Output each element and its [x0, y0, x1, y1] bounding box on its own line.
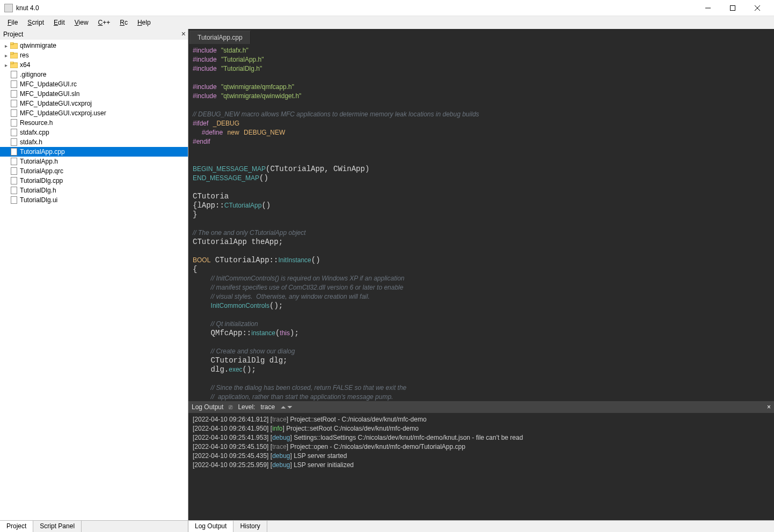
- tree-item[interactable]: ▸res: [0, 50, 188, 60]
- bottom-tab-log-output[interactable]: Log Output: [188, 521, 233, 532]
- folder-icon: [10, 41, 18, 50]
- h-file-icon: [10, 119, 18, 127]
- menu-rc[interactable]: Rc: [115, 18, 132, 27]
- svg-rect-13: [11, 100, 17, 107]
- project-pane-header: Project ×: [0, 29, 188, 40]
- tree-item-label: TutorialApp.cpp: [20, 148, 65, 156]
- tree-item-label: TutorialApp.qrc: [20, 167, 63, 175]
- tree-item-label: MFC_UpdateGUI.vcxproj.user: [20, 109, 106, 117]
- svg-rect-12: [11, 91, 17, 98]
- bottom-tab-history[interactable]: History: [233, 521, 267, 532]
- sln-file-icon: [10, 90, 18, 98]
- tree-item-label: TutorialDlg.ui: [20, 196, 57, 204]
- svg-rect-18: [11, 149, 17, 156]
- log-level-stepper-icon[interactable]: ⏶⏷: [280, 403, 293, 411]
- tree-twisty-icon[interactable]: ▸: [2, 62, 10, 68]
- tree-item[interactable]: stdafx.h: [0, 137, 188, 147]
- tree-item[interactable]: TutorialApp.h: [0, 157, 188, 166]
- svg-rect-17: [11, 139, 17, 146]
- left-tab-script-panel[interactable]: Script Panel: [33, 521, 82, 532]
- tree-item[interactable]: TutorialDlg.ui: [0, 195, 188, 205]
- right-panel: TutorialApp.cpp #include "stdafx.h" #inc…: [188, 29, 774, 532]
- tree-twisty-icon[interactable]: ▸: [2, 53, 10, 58]
- tree-item[interactable]: TutorialApp.cpp: [0, 147, 188, 157]
- log-line: [2022-04-10 09:26:41.912] [trace] Projec…: [193, 415, 770, 424]
- tree-item-label: stdafx.cpp: [20, 129, 49, 136]
- tree-item-label: stdafx.h: [20, 138, 42, 146]
- minimize-button[interactable]: [696, 1, 720, 16]
- menu-view[interactable]: View: [70, 18, 93, 27]
- tree-item-label: TutorialDlg.cpp: [20, 177, 63, 184]
- svg-rect-19: [11, 158, 17, 165]
- tree-item-label: x64: [20, 61, 30, 69]
- app-icon: [4, 4, 13, 12]
- folder-icon: [10, 51, 18, 60]
- svg-rect-16: [11, 129, 17, 136]
- tree-item[interactable]: MFC_UpdateGUI.vcxproj: [0, 99, 188, 108]
- menu-script[interactable]: Script: [23, 18, 48, 27]
- svg-rect-10: [11, 71, 17, 78]
- rc-file-icon: [10, 80, 18, 88]
- project-tree[interactable]: ▸qtwinmigrate▸res▸x64.gitignoreMFC_Updat…: [0, 40, 188, 520]
- left-panel: Project × ▸qtwinmigrate▸res▸x64.gitignor…: [0, 29, 188, 532]
- log-toolbar: Log Output ⎚ Level: trace ⏶⏷ ×: [188, 401, 774, 413]
- tree-item-label: Resource.h: [20, 119, 53, 127]
- h-file-icon: [10, 157, 18, 166]
- menu-cplusplus[interactable]: C++: [94, 18, 115, 27]
- window-title: knut 4.0: [16, 4, 696, 12]
- tree-item[interactable]: ▸x64: [0, 60, 188, 70]
- cpp-file-icon: [10, 128, 18, 137]
- tree-item-label: TutorialDlg.h: [20, 187, 56, 194]
- project-pane-close-icon[interactable]: ×: [181, 30, 186, 38]
- svg-rect-21: [11, 178, 17, 184]
- editor-tabbar: TutorialApp.cpp: [188, 29, 774, 44]
- svg-rect-1: [731, 5, 735, 10]
- editor-tab[interactable]: TutorialApp.cpp: [189, 31, 251, 44]
- tree-item-label: TutorialApp.h: [20, 158, 58, 165]
- tree-item[interactable]: TutorialDlg.cpp: [0, 176, 188, 186]
- menubar: FileScriptEditViewC++RcHelp: [0, 16, 774, 29]
- project-pane-title: Project: [3, 31, 23, 38]
- menu-file[interactable]: File: [3, 18, 22, 27]
- tree-item[interactable]: ▸qtwinmigrate: [0, 41, 188, 50]
- left-tab-project[interactable]: Project: [0, 521, 33, 532]
- maximize-button[interactable]: [720, 1, 745, 16]
- filter-icon[interactable]: ⎚: [229, 403, 232, 411]
- menu-edit[interactable]: Edit: [49, 18, 69, 27]
- menu-help[interactable]: Help: [133, 18, 155, 27]
- svg-rect-9: [10, 62, 13, 64]
- cpp-file-icon: [10, 147, 18, 156]
- left-tabbar: ProjectScript Panel: [0, 520, 188, 532]
- tree-item-label: MFC_UpdateGUI.rc: [20, 80, 77, 88]
- log-close-icon[interactable]: ×: [767, 403, 771, 411]
- tree-item[interactable]: stdafx.cpp: [0, 128, 188, 137]
- h-file-icon: [10, 186, 18, 195]
- svg-rect-7: [10, 52, 13, 54]
- svg-rect-22: [11, 187, 17, 194]
- log-line: [2022-04-10 09:26:41.950] [info] Project…: [193, 424, 770, 433]
- log-output[interactable]: [2022-04-10 09:26:41.912] [trace] Projec…: [188, 413, 774, 520]
- log-line: [2022-04-10 09:25:45.150] [trace] Projec…: [193, 442, 770, 452]
- log-title: Log Output: [192, 403, 223, 411]
- log-level-value[interactable]: trace: [260, 403, 275, 411]
- tree-item[interactable]: TutorialDlg.h: [0, 186, 188, 195]
- close-button[interactable]: [745, 1, 770, 16]
- tree-item[interactable]: Resource.h: [0, 118, 188, 128]
- svg-rect-23: [11, 197, 17, 204]
- tree-twisty-icon[interactable]: ▸: [2, 43, 10, 49]
- tree-item[interactable]: .gitignore: [0, 70, 188, 79]
- tree-item[interactable]: MFC_UpdateGUI.vcxproj.user: [0, 108, 188, 118]
- tree-item-label: qtwinmigrate: [20, 42, 56, 49]
- svg-rect-14: [11, 110, 17, 117]
- cpp-file-icon: [10, 176, 18, 185]
- code-editor[interactable]: #include "stdafx.h" #include "TutorialAp…: [188, 44, 774, 401]
- folder-icon: [10, 61, 18, 69]
- log-line: [2022-04-10 09:25:45.435] [debug] LSP se…: [193, 452, 770, 461]
- tree-item[interactable]: TutorialApp.qrc: [0, 166, 188, 176]
- bottom-tabbar: Log OutputHistory: [188, 520, 774, 532]
- tree-item[interactable]: MFC_UpdateGUI.sln: [0, 89, 188, 99]
- tree-item[interactable]: MFC_UpdateGUI.rc: [0, 79, 188, 89]
- svg-rect-5: [10, 42, 13, 45]
- tree-item-label: .gitignore: [20, 71, 46, 78]
- svg-rect-11: [11, 81, 17, 88]
